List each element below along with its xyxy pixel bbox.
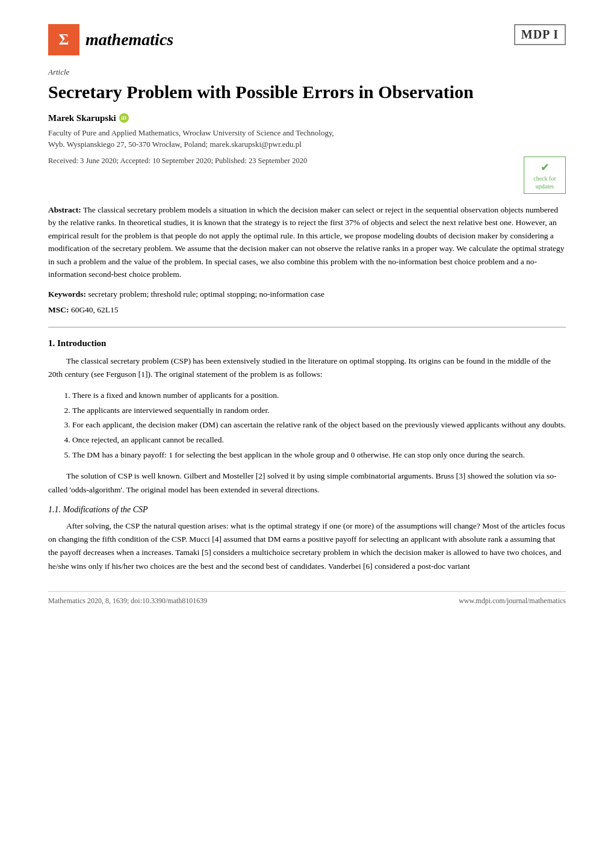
journal-logo-area: Σ mathematics [48,24,173,55]
list-item: The applicants are interviewed sequentia… [72,404,566,418]
paper-title: Secretary Problem with Possible Errors i… [48,81,566,104]
footer-left: Mathematics 2020, 8, 1639; doi:10.3390/m… [48,597,207,606]
journal-name: mathematics [85,30,173,49]
abstract-label: Abstract: [48,205,81,214]
footer-right: www.mdpi.com/journal/mathematics [459,597,566,606]
msc-text: 60G40, 62L15 [71,305,119,314]
sigma-icon: Σ [48,24,79,55]
subsection-1-1-para-1: After solving, the CSP the natural quest… [48,519,566,573]
list-item: The DM has a binary payoff: 1 for select… [72,448,566,462]
keywords-section: Keywords: secretary problem; threshold r… [48,290,566,299]
check-updates-badge[interactable]: ✔ check for updates [524,157,566,194]
keywords-label: Keywords: [48,290,86,299]
intro-para-1: The classical secretary problem (CSP) ha… [48,355,566,382]
affiliation: Faculty of Pure and Applied Mathematics,… [48,127,566,150]
dates-row: Received: 3 June 2020; Accepted: 10 Sept… [48,157,566,194]
section-1-title: 1. Introduction [48,338,566,349]
mdpi-logo: MDP I [514,24,566,45]
section-divider [48,327,566,327]
msc-label: MSC: [48,305,69,314]
abstract-section: Abstract: The classical secretary proble… [48,203,566,282]
subsection-1-1-title: 1.1. Modifications of the CSP [48,505,566,515]
publication-dates: Received: 3 June 2020; Accepted: 10 Sept… [48,157,307,166]
page-header: Σ mathematics MDP I [48,24,566,55]
author-name: Marek Skarupski iD [48,113,566,123]
intro-para-2: The solution of CSP is well known. Gilbe… [48,470,566,497]
list-item: There is a fixed and known number of app… [72,389,566,403]
check-updates-label2: updates [536,183,554,190]
orcid-icon: iD [119,113,129,123]
list-item: For each applicant, the decision maker (… [72,418,566,432]
page-footer: Mathematics 2020, 8, 1639; doi:10.3390/m… [48,591,566,606]
check-updates-label: check for [533,175,556,182]
article-type-label: Article [48,67,566,77]
keywords-text: secretary problem; threshold rule; optim… [88,290,324,299]
list-item: Once rejected, an applicant cannot be re… [72,433,566,447]
abstract-text: The classical secretary problem models a… [48,205,565,279]
msc-section: MSC: 60G40, 62L15 [48,305,566,315]
check-updates-icon: ✔ [541,161,550,174]
intro-list: There is a fixed and known number of app… [72,389,566,463]
